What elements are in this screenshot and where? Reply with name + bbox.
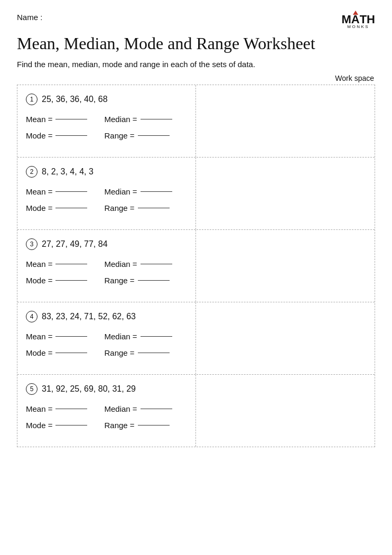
mean-label-4: Mean = — [26, 332, 87, 341]
median-label-4: Median = — [104, 332, 172, 341]
range-line-5 — [138, 425, 170, 426]
mode-line-4 — [55, 353, 87, 353]
problem-content-2: 2 8, 2, 3, 4, 4, 3 Mean = Median = Mode … — [17, 158, 196, 229]
mean-line-3 — [55, 264, 87, 264]
answer-row-mode-range-3: Mode = Range = — [26, 276, 187, 285]
median-line-2 — [141, 191, 172, 192]
mode-label-2: Mode = — [26, 204, 87, 212]
workspace-cell-5 — [196, 375, 375, 447]
range-label-2: Range = — [104, 204, 169, 212]
range-label-3: Range = — [104, 276, 169, 285]
mean-label-3: Mean = — [26, 260, 87, 269]
median-label-2: Median = — [104, 187, 172, 196]
answer-row-mean-median-3: Mean = Median = — [26, 260, 187, 269]
problem-number-1: 1 — [26, 94, 38, 105]
problem-data-5: 31, 92, 25, 69, 80, 31, 29 — [42, 384, 136, 394]
problem-data-3: 27, 27, 49, 77, 84 — [42, 239, 108, 249]
median-line-3 — [141, 264, 172, 264]
workspace-label: Work space — [17, 74, 375, 82]
problem-number-row-5: 5 31, 92, 25, 69, 80, 31, 29 — [26, 383, 187, 395]
workspace-cell-2 — [196, 158, 375, 229]
problem-row: 1 25, 36, 36, 40, 68 Mean = Median = Mod… — [17, 85, 375, 158]
page-header: Name : M A TH MONKS — [17, 13, 375, 29]
problem-content-5: 5 31, 92, 25, 69, 80, 31, 29 Mean = Medi… — [17, 375, 196, 447]
name-label: Name : — [17, 13, 42, 22]
problem-number-5: 5 — [26, 383, 38, 395]
answer-row-mode-range-2: Mode = Range = — [26, 204, 187, 212]
problem-number-4: 4 — [26, 311, 38, 322]
problem-row-2: 2 8, 2, 3, 4, 4, 3 Mean = Median = Mode … — [17, 158, 375, 230]
problem-row-3: 3 27, 27, 49, 77, 84 Mean = Median = Mod… — [17, 230, 375, 302]
problem-content-3: 3 27, 27, 49, 77, 84 Mean = Median = Mod… — [17, 230, 196, 302]
workspace-cell-1 — [196, 85, 375, 157]
answer-row-mode-range-4: Mode = Range = — [26, 348, 187, 357]
median-label-1: Median = — [104, 115, 172, 124]
problem-number-3: 3 — [26, 238, 38, 250]
range-label-5: Range = — [104, 421, 169, 430]
mode-line-1 — [55, 135, 87, 136]
answer-row-mean-median-4: Mean = Median = — [26, 332, 187, 341]
answer-row-mean-median-1: Mean = Median = — [26, 115, 187, 124]
page-title: Mean, Median, Mode and Range Worksheet — [17, 33, 375, 53]
problem-row-4: 4 83, 23, 24, 71, 52, 62, 63 Mean = Medi… — [17, 302, 375, 375]
problem-data-4: 83, 23, 24, 71, 52, 62, 63 — [42, 312, 136, 321]
mean-line-4 — [55, 336, 87, 337]
mode-label-4: Mode = — [26, 348, 87, 357]
mean-label-2: Mean = — [26, 187, 87, 196]
answer-row-mode-range-5: Mode = Range = — [26, 421, 187, 430]
problem-number-row-2: 2 8, 2, 3, 4, 4, 3 — [26, 166, 187, 178]
problems-grid: 1 25, 36, 36, 40, 68 Mean = Median = Mod… — [17, 85, 375, 447]
mode-line-3 — [55, 280, 87, 281]
range-line-1 — [138, 135, 170, 136]
logo-triangle-icon — [353, 11, 358, 15]
answer-row-mean-median-2: Mean = Median = — [26, 187, 187, 196]
mean-label-5: Mean = — [26, 404, 87, 413]
median-line-4 — [141, 336, 172, 337]
problem-content-1: 1 25, 36, 36, 40, 68 Mean = Median = Mod… — [17, 85, 196, 157]
mean-line-5 — [55, 409, 87, 409]
problem-content-4: 4 83, 23, 24, 71, 52, 62, 63 Mean = Medi… — [17, 302, 196, 374]
problem-number-row-1: 1 25, 36, 36, 40, 68 — [26, 94, 187, 105]
problem-number-2: 2 — [26, 166, 38, 178]
range-line-3 — [138, 280, 170, 281]
median-line-1 — [141, 119, 172, 119]
range-line-4 — [138, 353, 170, 353]
problem-number-row-4: 4 83, 23, 24, 71, 52, 62, 63 — [26, 311, 187, 322]
workspace-cell-4 — [196, 302, 375, 374]
range-label-4: Range = — [104, 348, 169, 357]
mean-line-2 — [55, 191, 87, 192]
problem-data-2: 8, 2, 3, 4, 4, 3 — [42, 167, 94, 177]
median-label-5: Median = — [104, 404, 172, 413]
workspace-cell-3 — [196, 230, 375, 302]
answer-row-mean-median-5: Mean = Median = — [26, 404, 187, 413]
median-label-3: Median = — [104, 260, 172, 269]
answer-row-mode-range-1: Mode = Range = — [26, 131, 187, 140]
mean-line-1 — [55, 119, 87, 119]
logo: M A TH MONKS — [341, 13, 375, 29]
subtitle: Find the mean, median, mode and range in… — [17, 60, 375, 69]
median-line-5 — [141, 409, 172, 409]
mode-line-5 — [55, 425, 87, 426]
logo-a-container: A — [351, 13, 360, 26]
range-label-1: Range = — [104, 131, 169, 140]
range-line-2 — [138, 208, 170, 208]
mode-label-5: Mode = — [26, 421, 87, 430]
problem-number-row-3: 3 27, 27, 49, 77, 84 — [26, 238, 187, 250]
problem-data-1: 25, 36, 36, 40, 68 — [42, 95, 108, 104]
mode-label-1: Mode = — [26, 131, 87, 140]
problem-row-5: 5 31, 92, 25, 69, 80, 31, 29 Mean = Medi… — [17, 375, 375, 447]
mode-line-2 — [55, 208, 87, 208]
mode-label-3: Mode = — [26, 276, 87, 285]
mean-label-1: Mean = — [26, 115, 87, 124]
